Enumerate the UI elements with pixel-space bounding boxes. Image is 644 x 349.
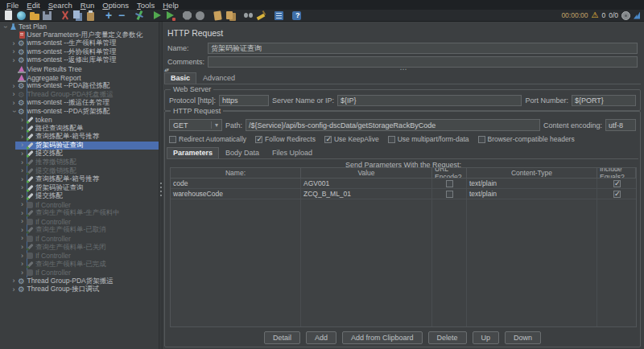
port-input[interactable] xyxy=(572,95,636,106)
delete-button[interactable]: Delete xyxy=(428,331,467,344)
add-from-clipboard-button[interactable]: Add from Clipboard xyxy=(342,331,423,344)
expand-arrow-icon[interactable]: › xyxy=(19,201,26,208)
option-redirect-automatically[interactable]: Redirect Automatically xyxy=(169,135,246,143)
option-use-multipart-form-data[interactable]: Use multipart/form-data xyxy=(388,135,469,143)
copy-icon[interactable] xyxy=(72,10,84,21)
url-encode-checkbox[interactable] xyxy=(446,191,453,198)
expand-arrow-icon[interactable]: › xyxy=(19,117,26,124)
add-icon[interactable] xyxy=(103,10,114,21)
checkbox-follow-redirects[interactable] xyxy=(255,136,262,143)
search-reset-icon[interactable] xyxy=(256,10,267,21)
server-input[interactable] xyxy=(337,95,522,106)
expand-arrow-icon[interactable]: › xyxy=(19,167,26,174)
param-value-cell[interactable]: AGV001 xyxy=(301,179,432,188)
save-icon[interactable] xyxy=(42,10,53,21)
expand-arrow-icon[interactable]: › xyxy=(19,176,26,183)
comments-input[interactable] xyxy=(208,56,638,68)
expand-arrow-icon[interactable]: › xyxy=(19,159,26,166)
tree-item[interactable]: ›⚙wms-ontest --PDA货架拣配 xyxy=(0,107,159,116)
remove-icon[interactable] xyxy=(116,10,127,21)
paste-icon[interactable] xyxy=(85,10,97,21)
warning-icon[interactable]: ⚠ xyxy=(591,11,598,19)
expand-arrow-icon[interactable]: › xyxy=(10,100,18,107)
tab-basic[interactable]: Basic xyxy=(164,72,196,84)
encoding-input[interactable] xyxy=(605,119,636,131)
tree-item[interactable]: ›⚙Thread Group-接口调试 xyxy=(0,285,159,294)
tree-item[interactable]: ›提交拣配 xyxy=(0,192,159,201)
expand-arrow-icon[interactable]: › xyxy=(10,57,18,64)
url-encode-checkbox[interactable] xyxy=(446,180,453,187)
tree-item[interactable]: ›⚙wms-ontest --返修出库单管理 xyxy=(0,56,159,65)
expand-arrow-icon[interactable]: › xyxy=(19,125,26,132)
expand-arrow-icon[interactable]: › xyxy=(10,286,18,294)
tab-advanced[interactable]: Advanced xyxy=(196,72,242,84)
option-use-keepalive[interactable]: Use KeepAlive xyxy=(324,135,379,143)
menu-item-edit[interactable]: Edit xyxy=(23,1,43,10)
tree-item[interactable]: ›提交拣配 xyxy=(0,150,159,158)
open-icon[interactable] xyxy=(29,10,40,21)
expand-arrow-icon[interactable]: › xyxy=(19,133,26,141)
tree-item[interactable]: ›查询生产领料单-已完成 xyxy=(0,260,159,269)
method-select[interactable]: GET ▾ xyxy=(169,119,222,131)
collapse-arrow-icon[interactable]: › xyxy=(10,108,18,115)
option-browser-compatible-headers[interactable]: Browser-compatible headers xyxy=(478,135,575,143)
tab-body-data[interactable]: Body Data xyxy=(219,147,266,158)
detail-button[interactable]: Detail xyxy=(264,331,300,344)
expand-arrow-icon[interactable]: › xyxy=(10,83,18,90)
tree-item[interactable]: ›货架码验证查询 xyxy=(0,183,159,192)
url-encode-cell[interactable] xyxy=(432,179,467,188)
shutdown-icon[interactable] xyxy=(195,10,206,21)
url-encode-cell[interactable] xyxy=(432,189,467,199)
checkbox-use-multipart-form-data[interactable] xyxy=(388,136,395,143)
param-value-cell[interactable]: ZCQ_B_ML_01 xyxy=(301,189,432,199)
protocol-input[interactable] xyxy=(219,95,269,106)
clear-icon[interactable] xyxy=(213,10,224,21)
table-row[interactable]: codeAGV001text/plain xyxy=(171,179,636,189)
expand-arrow-icon[interactable]: › xyxy=(19,235,26,242)
option-follow-redirects[interactable]: Follow Redirects xyxy=(255,135,316,143)
menu-item-file[interactable]: File xyxy=(2,1,23,10)
checkbox-browser-compatible-headers[interactable] xyxy=(478,136,485,143)
menu-item-help[interactable]: Help xyxy=(159,1,183,10)
expand-arrow-icon[interactable]: › xyxy=(10,40,18,47)
function-helper-icon[interactable] xyxy=(274,10,285,21)
expand-arrow-icon[interactable]: › xyxy=(10,48,18,55)
checkbox-use-keepalive[interactable] xyxy=(324,136,332,143)
include-equals-checkbox[interactable] xyxy=(613,180,621,187)
include-equals-cell[interactable] xyxy=(597,189,636,199)
splitter-handle-icon[interactable]: ⋯ xyxy=(400,68,407,72)
tree-item[interactable]: ›查询生产领料单-生产领料中 xyxy=(0,209,159,218)
include-equals-cell[interactable] xyxy=(597,179,636,188)
checkbox-redirect-automatically[interactable] xyxy=(169,136,176,143)
tree-item[interactable]: ›查询生产领料单-已关闭 xyxy=(0,243,159,252)
expand-arrow-icon[interactable]: › xyxy=(19,150,26,158)
stop-icon[interactable] xyxy=(182,10,193,21)
start-no-pauses-icon[interactable] xyxy=(164,10,175,21)
menu-item-options[interactable]: Options xyxy=(98,1,133,10)
name-input[interactable] xyxy=(208,43,638,54)
tree-item[interactable]: ›货架码验证查询 xyxy=(0,142,159,150)
menu-item-run[interactable]: Run xyxy=(76,1,98,10)
up-button[interactable]: Up xyxy=(473,331,500,344)
tree-item[interactable]: View Results Tree xyxy=(0,65,159,74)
include-equals-checkbox[interactable] xyxy=(613,191,621,198)
new-icon[interactable] xyxy=(3,10,14,21)
tab-parameters[interactable]: Parameters xyxy=(167,147,219,158)
param-name-cell[interactable]: warehouseCode xyxy=(171,189,301,199)
expand-arrow-icon[interactable]: › xyxy=(19,193,26,200)
expand-arrow-icon[interactable]: › xyxy=(10,277,18,285)
content-type-cell[interactable]: text/plain xyxy=(467,189,597,199)
expand-arrow-icon[interactable]: › xyxy=(19,261,26,268)
add-button[interactable]: Add xyxy=(306,331,336,344)
expand-arrow-icon[interactable]: › xyxy=(10,91,18,98)
tree-item[interactable]: ›推荐撤销拣配 xyxy=(0,158,159,167)
cut-icon[interactable] xyxy=(60,10,71,21)
panel-splitter[interactable]: ▴▾ ⋯ xyxy=(163,67,644,72)
tree-item[interactable]: ›查询生产领料单-已取消 xyxy=(0,226,159,235)
expand-arrow-icon[interactable]: › xyxy=(19,210,26,217)
templates-icon[interactable] xyxy=(16,10,27,21)
help-icon[interactable] xyxy=(291,10,303,21)
expand-arrow-icon[interactable]: › xyxy=(19,244,26,251)
content-type-cell[interactable]: text/plain xyxy=(467,179,597,188)
menu-item-search[interactable]: Search xyxy=(44,1,76,10)
